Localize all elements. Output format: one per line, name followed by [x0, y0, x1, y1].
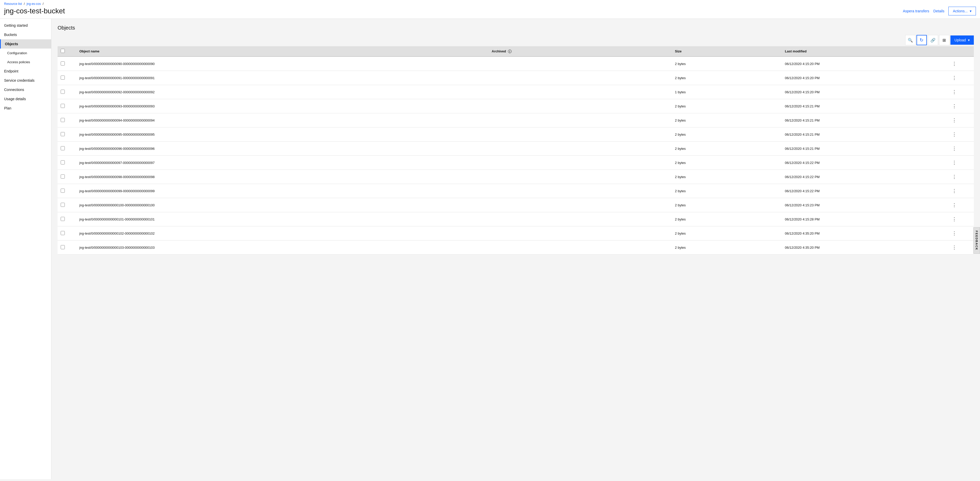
- table-row: jng-test/0/000000000000095-0000000000000…: [57, 127, 974, 141]
- row-more-actions[interactable]: ⋮: [947, 184, 974, 198]
- row-size: 2 bytes: [672, 57, 782, 71]
- row-more-actions[interactable]: ⋮: [947, 212, 974, 226]
- row-checkbox-cell[interactable]: [57, 240, 76, 255]
- row-more-button-9[interactable]: ⋮: [950, 187, 959, 195]
- upload-button[interactable]: Upload ▾: [950, 35, 974, 45]
- row-checkbox-4[interactable]: [60, 118, 65, 122]
- view-api-button[interactable]: 🔗: [928, 35, 938, 45]
- row-checkbox-cell[interactable]: [57, 85, 76, 99]
- row-more-actions[interactable]: ⋮: [947, 113, 974, 127]
- row-more-actions[interactable]: ⋮: [947, 99, 974, 113]
- row-more-button-13[interactable]: ⋮: [950, 244, 959, 251]
- row-checkbox-11[interactable]: [60, 217, 65, 221]
- sidebar-item-objects[interactable]: Objects: [0, 39, 51, 49]
- row-archived: [489, 198, 672, 212]
- row-checkbox-cell[interactable]: [57, 113, 76, 127]
- table-row: jng-test/0/000000000000090-0000000000000…: [57, 57, 974, 71]
- row-checkbox-cell[interactable]: [57, 212, 76, 226]
- row-checkbox-12[interactable]: [60, 231, 65, 235]
- row-checkbox-6[interactable]: [60, 146, 65, 150]
- row-object-name: jng-test/0/000000000000091-0000000000000…: [76, 71, 489, 85]
- row-checkbox-cell[interactable]: [57, 198, 76, 212]
- view-grid-button[interactable]: ⊞: [939, 35, 950, 45]
- row-checkbox-cell[interactable]: [57, 99, 76, 113]
- sidebar-item-access-policies[interactable]: Access policies: [0, 57, 51, 67]
- row-more-button-10[interactable]: ⋮: [950, 201, 959, 209]
- row-more-button-8[interactable]: ⋮: [950, 173, 959, 181]
- table-header-archived: Archived i: [489, 46, 672, 57]
- row-checkbox-cell[interactable]: [57, 156, 76, 170]
- select-all-checkbox[interactable]: [60, 49, 65, 53]
- row-last-modified: 06/12/2020 4:15:20 PM: [782, 85, 947, 99]
- row-last-modified: 06/12/2020 4:15:21 PM: [782, 99, 947, 113]
- search-button[interactable]: 🔍: [905, 35, 915, 45]
- table-row: jng-test/0/000000000000094-0000000000000…: [57, 113, 974, 127]
- page-title: jng-cos-test-bucket: [4, 7, 65, 15]
- sidebar-item-usage-details[interactable]: Usage details: [0, 94, 51, 103]
- row-checkbox-1[interactable]: [60, 76, 65, 79]
- sidebar-item-connections[interactable]: Connections: [0, 85, 51, 94]
- row-archived: [489, 212, 672, 226]
- breadcrumb-resource-list[interactable]: Resource list: [4, 2, 22, 6]
- row-more-button-11[interactable]: ⋮: [950, 215, 959, 223]
- toolbar: 🔍 ↻ 🔗 ⊞ Upload ▾: [57, 35, 974, 45]
- row-last-modified: 06/12/2020 4:15:28 PM: [782, 212, 947, 226]
- details-link[interactable]: Details: [934, 9, 945, 13]
- row-more-button-6[interactable]: ⋮: [950, 144, 959, 152]
- row-more-button-7[interactable]: ⋮: [950, 159, 959, 167]
- row-checkbox-cell[interactable]: [57, 184, 76, 198]
- row-checkbox-3[interactable]: [60, 104, 65, 108]
- row-more-actions[interactable]: ⋮: [947, 156, 974, 170]
- row-more-button-5[interactable]: ⋮: [950, 130, 959, 138]
- row-checkbox-cell[interactable]: [57, 57, 76, 71]
- sidebar-item-plan[interactable]: Plan: [0, 103, 51, 113]
- aspera-transfers-link[interactable]: Aspera transfers: [903, 9, 929, 13]
- row-checkbox-7[interactable]: [60, 160, 65, 164]
- row-more-button-1[interactable]: ⋮: [950, 74, 959, 82]
- row-more-button-0[interactable]: ⋮: [950, 60, 959, 68]
- refresh-button[interactable]: ↻: [916, 35, 927, 45]
- row-more-button-12[interactable]: ⋮: [950, 229, 959, 237]
- row-checkbox-8[interactable]: [60, 175, 65, 179]
- actions-button[interactable]: Actions... ▾: [948, 7, 976, 16]
- row-checkbox-cell[interactable]: [57, 127, 76, 141]
- table-header-select-all[interactable]: [57, 46, 76, 57]
- row-more-actions[interactable]: ⋮: [947, 198, 974, 212]
- row-checkbox-9[interactable]: [60, 189, 65, 193]
- sidebar-item-endpoint[interactable]: Endpoint: [0, 67, 51, 76]
- archived-info-icon[interactable]: i: [508, 49, 512, 53]
- sidebar-item-buckets[interactable]: Buckets: [0, 30, 51, 39]
- row-last-modified: 06/12/2020 4:35:20 PM: [782, 240, 947, 255]
- row-checkbox-10[interactable]: [60, 203, 65, 207]
- row-more-button-2[interactable]: ⋮: [950, 88, 959, 96]
- row-checkbox-cell[interactable]: [57, 226, 76, 240]
- row-object-name: jng-test/0/0000000000000102-000000000000…: [76, 226, 489, 240]
- sidebar-item-getting-started[interactable]: Getting started: [0, 21, 51, 30]
- row-more-actions[interactable]: ⋮: [947, 240, 974, 255]
- row-checkbox-2[interactable]: [60, 90, 65, 94]
- chevron-down-icon: ▾: [970, 9, 972, 13]
- row-more-actions[interactable]: ⋮: [947, 57, 974, 71]
- row-more-actions[interactable]: ⋮: [947, 141, 974, 156]
- row-more-actions[interactable]: ⋮: [947, 71, 974, 85]
- row-more-actions[interactable]: ⋮: [947, 226, 974, 240]
- row-more-actions[interactable]: ⋮: [947, 127, 974, 141]
- feedback-tab[interactable]: FEEDBACK: [973, 227, 980, 254]
- row-size: 1 bytes: [672, 85, 782, 99]
- row-more-button-4[interactable]: ⋮: [950, 116, 959, 124]
- row-more-actions[interactable]: ⋮: [947, 170, 974, 184]
- row-checkbox-cell[interactable]: [57, 141, 76, 156]
- row-more-actions[interactable]: ⋮: [947, 85, 974, 99]
- row-checkbox-0[interactable]: [60, 62, 65, 65]
- row-checkbox-cell[interactable]: [57, 71, 76, 85]
- table-row: jng-test/0/000000000000099-0000000000000…: [57, 184, 974, 198]
- row-checkbox-cell[interactable]: [57, 170, 76, 184]
- breadcrumb-jng-es-cos[interactable]: jng-es-cos: [27, 2, 41, 6]
- row-size: 2 bytes: [672, 127, 782, 141]
- row-checkbox-13[interactable]: [60, 245, 65, 249]
- row-more-button-3[interactable]: ⋮: [950, 102, 959, 110]
- sidebar-item-configuration[interactable]: Configuration: [0, 49, 51, 57]
- sidebar: Getting started Buckets Objects Configur…: [0, 19, 51, 479]
- row-checkbox-5[interactable]: [60, 132, 65, 136]
- sidebar-item-service-credentials[interactable]: Service credentials: [0, 76, 51, 85]
